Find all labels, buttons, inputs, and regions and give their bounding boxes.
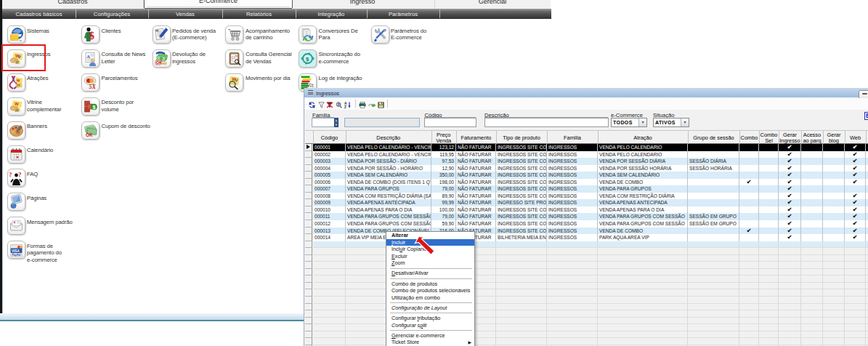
- svg-text:A: A: [86, 53, 90, 59]
- svg-text:$: $: [306, 55, 309, 62]
- svg-text:?: ?: [9, 171, 12, 178]
- svg-text:OK: OK: [156, 60, 162, 65]
- svg-text:$: $: [93, 104, 96, 110]
- svg-text:PayPal: PayPal: [12, 254, 21, 257]
- svg-text:P: P: [338, 102, 340, 106]
- svg-text:5X: 5X: [89, 83, 97, 89]
- svg-text:$: $: [89, 30, 95, 41]
- svg-text:Z: Z: [344, 105, 346, 108]
- svg-text:OK: OK: [86, 132, 93, 137]
- svg-text:VISA: VISA: [12, 249, 20, 253]
- svg-text:?: ?: [18, 171, 22, 178]
- svg-text:V: V: [235, 78, 238, 83]
